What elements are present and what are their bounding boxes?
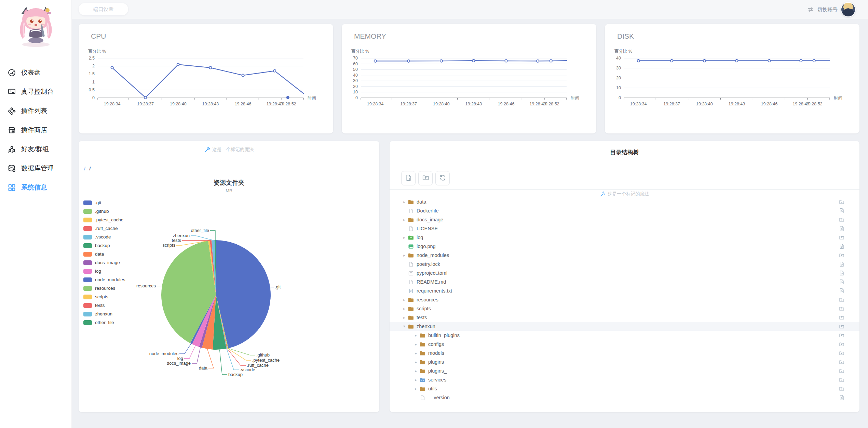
caret-right-icon[interactable]: ▸	[402, 315, 407, 320]
legend-item-node_modules[interactable]: node_modules	[83, 275, 125, 284]
tree-row-services[interactable]: ▸services	[390, 375, 859, 384]
sidebar-item-system-info[interactable]: 系统信息	[0, 178, 71, 197]
file-action-icon[interactable]	[839, 261, 844, 267]
folder-action-icon[interactable]	[839, 377, 844, 382]
pie-label-backup: backup	[228, 372, 243, 377]
folder-action-icon[interactable]	[839, 333, 844, 338]
avatar[interactable]	[841, 2, 856, 17]
caret-right-icon[interactable]: ▸	[413, 342, 418, 347]
folder-action-icon[interactable]	[839, 217, 844, 222]
legend-item-.vscode[interactable]: .vscode	[83, 233, 125, 241]
tree-row-Dockerfile[interactable]: Dockerfile	[390, 206, 859, 215]
tree-row-models[interactable]: ▸models	[390, 349, 859, 358]
legend-item-scripts[interactable]: scripts	[83, 293, 125, 301]
folder-action-icon[interactable]	[839, 252, 844, 258]
file-icon	[408, 280, 414, 285]
legend-swatch	[83, 200, 92, 205]
caret-right-icon[interactable]: ▸	[413, 369, 418, 373]
folder-action-icon[interactable]	[839, 341, 844, 347]
tree-row-pyproject.toml[interactable]: pyproject.toml	[390, 269, 859, 277]
folder-action-icon[interactable]	[839, 235, 844, 240]
sidebar-item-console[interactable]: 真寻控制台	[0, 82, 71, 101]
sidebar-item-database[interactable]: 数据库管理	[0, 159, 71, 178]
tree-row-utils[interactable]: ▸utils	[390, 384, 859, 393]
tree-row-__version__[interactable]: __version__	[390, 393, 859, 402]
legend-item-data[interactable]: data	[83, 250, 125, 258]
tree-row-tests[interactable]: ▸tests	[390, 313, 859, 322]
add-file-button[interactable]	[401, 171, 416, 185]
tree-row-logo.png[interactable]: logo.png	[390, 242, 859, 251]
caret-right-icon[interactable]: ▸	[413, 387, 418, 391]
caret-right-icon[interactable]: ▸	[413, 351, 418, 355]
sidebar-item-plugin-list[interactable]: 插件列表	[0, 101, 71, 120]
file-action-icon[interactable]	[839, 395, 844, 400]
legend-item-.github[interactable]: .github	[83, 207, 125, 216]
sidebar-item-dashboard[interactable]: 仪表盘	[0, 63, 71, 82]
legend-item-other_file[interactable]: other_file	[83, 318, 125, 327]
folder-action-icon[interactable]	[839, 200, 844, 205]
tree-row-README.md[interactable]: README.md	[390, 277, 859, 286]
tree-row-plugins[interactable]: ▸plugins	[390, 358, 859, 366]
caret-right-icon[interactable]: ▸	[413, 360, 418, 364]
tree-row-node_modules[interactable]: ▸node_modules	[390, 251, 859, 260]
folder-action-icon[interactable]	[839, 315, 844, 320]
tree-row-configs[interactable]: ▸configs	[390, 340, 859, 349]
legend-item-backup[interactable]: backup	[83, 241, 125, 250]
folder-action-icon[interactable]	[839, 324, 844, 329]
caret-right-icon[interactable]: ▸	[413, 333, 418, 338]
legend-swatch	[83, 243, 92, 248]
tree-row-poetry.lock[interactable]: poetry.lock	[390, 260, 859, 269]
tree-row-plugins_[interactable]: ▸plugins_	[390, 366, 859, 375]
caret-right-icon[interactable]: ▸	[402, 253, 407, 258]
switch-account-button[interactable]: 切换账号	[807, 2, 856, 17]
folder-icon	[408, 217, 414, 222]
file-action-icon[interactable]	[839, 244, 844, 249]
folder-action-icon[interactable]	[839, 297, 844, 302]
legend-item-.pytest_cache[interactable]: .pytest_cache	[83, 216, 125, 224]
caret-right-icon[interactable]: ▸	[402, 298, 407, 302]
legend-item-resources[interactable]: resources	[83, 284, 125, 293]
refresh-button[interactable]	[435, 171, 450, 185]
file-action-icon[interactable]	[839, 270, 844, 276]
legend-item-log[interactable]: log	[83, 267, 125, 275]
file-action-icon[interactable]	[839, 288, 844, 294]
legend-item-.git[interactable]: .git	[83, 198, 125, 207]
tree-row-label: scripts	[417, 306, 431, 311]
tree-row-docs_image[interactable]: ▸docs_image	[390, 215, 859, 224]
file-action-icon[interactable]	[839, 226, 844, 231]
tree-row-log[interactable]: ▸log	[390, 233, 859, 242]
caret-right-icon[interactable]: ▸	[413, 378, 418, 382]
tree-row-resources[interactable]: ▸resources	[390, 295, 859, 304]
tree-row-data[interactable]: ▸data	[390, 200, 859, 206]
tree-toolbar	[401, 171, 450, 185]
tree-row-zhenxun[interactable]: ▸zhenxun	[390, 322, 859, 331]
sidebar-item-friends[interactable]: 好友/群组	[0, 140, 71, 159]
refresh-icon	[439, 174, 446, 182]
caret-right-icon[interactable]: ▸	[402, 307, 407, 311]
caret-down-icon[interactable]: ▸	[402, 324, 407, 329]
folder-action-icon[interactable]	[839, 386, 844, 391]
add-folder-button[interactable]	[418, 171, 433, 185]
caret-right-icon[interactable]: ▸	[402, 235, 407, 240]
legend-item-zhenxun[interactable]: zhenxun	[83, 310, 125, 318]
tree-row-builtin_plugins[interactable]: ▸builtin_plugins	[390, 331, 859, 340]
caret-right-icon[interactable]: ▸	[402, 200, 407, 204]
tree-row-scripts[interactable]: ▸scripts	[390, 304, 859, 313]
folder-action-icon[interactable]	[839, 368, 844, 374]
sidebar-item-plugin-store[interactable]: 插件商店	[0, 120, 71, 140]
svg-text:20: 20	[616, 76, 621, 80]
sidebar-item-label: 仪表盘	[21, 68, 41, 77]
file-action-icon[interactable]	[839, 279, 844, 285]
legend-label: .ruff_cache	[95, 226, 118, 231]
port-settings-button[interactable]: 端口设置	[79, 3, 128, 15]
file-action-icon[interactable]	[839, 208, 844, 213]
tree-row-LICENSE[interactable]: LICENSE	[390, 224, 859, 233]
folder-action-icon[interactable]	[839, 350, 844, 356]
legend-item-docs_image[interactable]: docs_image	[83, 258, 125, 267]
folder-action-icon[interactable]	[839, 359, 844, 365]
legend-item-.ruff_cache[interactable]: .ruff_cache	[83, 224, 125, 233]
tree-row-requirements.txt[interactable]: requirements.txt	[390, 286, 859, 295]
legend-item-tests[interactable]: tests	[83, 301, 125, 310]
caret-right-icon[interactable]: ▸	[402, 218, 407, 222]
folder-action-icon[interactable]	[839, 306, 844, 311]
